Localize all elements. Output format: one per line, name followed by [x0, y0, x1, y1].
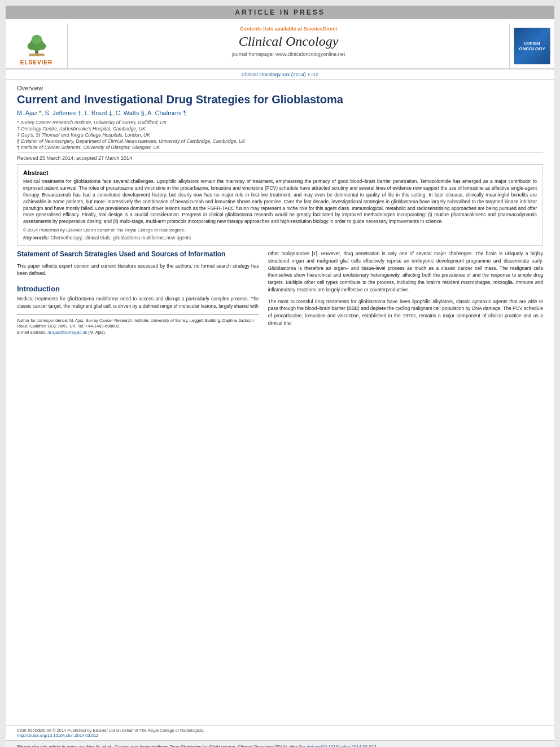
left-column: Statement of Search Strategies Used and … [17, 250, 259, 335]
citation-doi: dx.doi.org/10.1016/j.clon.2014.03.012 [301, 744, 377, 747]
right-para2-text: The most successful drug treatments for … [268, 299, 543, 326]
footnote-email-address: m.ajaz@surrey.ac.uk [47, 330, 87, 335]
elsevier-tree-icon [20, 27, 54, 58]
affiliation-1: * Surrey Cancer Research Institute, Univ… [17, 120, 543, 125]
journal-homepage: journal homepage: www.clinicaloncologyon… [232, 51, 345, 57]
main-content: Overview Current and Investigational Dru… [6, 80, 554, 725]
footnote-email-line: E-mail address: m.ajaz@surrey.ac.uk (M. … [17, 330, 259, 336]
keywords-line: Key words: Chemotherapy; clinical trials… [23, 235, 537, 241]
search-strategies-heading: Statement of Search Strategies Used and … [17, 250, 259, 259]
authors-line: M. Ajaz *, S. Jefferies †, L. Brazil ‡, … [17, 110, 543, 116]
abstract-title: Abstract [23, 169, 537, 176]
right-paragraph-2: The most successful drug treatments for … [268, 298, 543, 327]
sciencedirect-prefix: Contents lists available at [240, 26, 304, 32]
sciencedirect-label: ScienceDirect [304, 26, 338, 32]
journal-center-header: Contents lists available at ScienceDirec… [68, 24, 509, 68]
citation-box: Please cite this article in press as: Aj… [6, 740, 554, 747]
issn-copyright: 0936-6555/$36.00 © 2014 Published by Els… [17, 728, 543, 733]
right-para1-text: other malignancies [1]. However, drug pe… [268, 251, 543, 292]
logo-text: ClinicalONCOLOGY [519, 41, 545, 51]
doi-link[interactable]: http://dx.doi.org/10.1016/j.clon.2014.03… [17, 733, 543, 738]
elsevier-logo: ELSEVIER [6, 24, 68, 68]
homepage-prefix: journal homepage: [232, 51, 275, 57]
homepage-url: www.clinicaloncologyonline.net [275, 51, 345, 57]
svg-point-3 [37, 42, 46, 50]
introduction-heading: Introduction [17, 285, 259, 293]
keywords-label: Key words: [23, 235, 49, 241]
two-column-body: Statement of Search Strategies Used and … [17, 250, 543, 335]
article-title: Current and Investigational Drug Strateg… [17, 93, 543, 106]
bottom-identifiers: 0936-6555/$36.00 © 2014 Published by Els… [6, 725, 554, 740]
author-names: M. Ajaz *, S. Jefferies †, L. Brazil ‡, … [17, 110, 187, 116]
page: ARTICLE IN PRESS ELSEVIER Contents lists… [6, 6, 554, 747]
keywords-text: Chemotherapy; clinical trials; glioblast… [50, 235, 191, 241]
svg-point-4 [31, 35, 41, 44]
affiliation-4: § Division of Neurosurgery, Department o… [17, 138, 543, 144]
affiliations: * Surrey Cancer Research Institute, Univ… [17, 120, 543, 150]
citation-line: Clinical Oncology xxx (2014) 1–12 [6, 69, 554, 80]
footnote-author: Author for correspondence: M. Ajaz, Surr… [17, 318, 259, 330]
copyright-line: © 2014 Published by Elsevier Ltd on beha… [23, 228, 537, 233]
search-strategies-text: This paper reflects expert opinion and c… [17, 263, 259, 277]
section-type-label: Overview [17, 85, 543, 91]
footnote-email-label: E-mail address: [17, 330, 47, 335]
affiliation-3: ‡ Guy's, St Thomas' and King's College H… [17, 132, 543, 138]
sciencedirect-link: Contents lists available at ScienceDirec… [240, 26, 338, 32]
right-paragraph-1: other malignancies [1]. However, drug pe… [268, 250, 543, 294]
clinical-oncology-logo-box: ClinicalONCOLOGY [514, 28, 550, 64]
citation-prefix: Please cite this article in press as: Aj… [17, 744, 301, 747]
article-in-press-banner: ARTICLE IN PRESS [6, 6, 554, 19]
footnote-email-suffix: (M. Ajaz). [87, 330, 106, 335]
journal-logo-right: ClinicalONCOLOGY [509, 24, 554, 68]
received-line: Received 25 March 2014; accepted 27 Marc… [17, 152, 543, 161]
abstract-section: Abstract Medical treatments for glioblas… [17, 164, 543, 246]
right-column: other malignancies [1]. However, drug pe… [268, 250, 543, 335]
elsevier-wordmark: ELSEVIER [20, 59, 53, 65]
abstract-text: Medical treatments for glioblastoma face… [23, 178, 537, 225]
svg-point-2 [27, 42, 36, 50]
journal-title: Clinical Oncology [239, 34, 339, 49]
introduction-text: Medical treatments for glioblastoma mult… [17, 295, 259, 310]
footnote-box: Author for correspondence: M. Ajaz, Surr… [17, 314, 259, 336]
affiliation-2: † Oncology Centre, Addenbrooke's Hospita… [17, 126, 543, 132]
journal-header: ELSEVIER Contents lists available at Sci… [6, 19, 554, 69]
affiliation-5: ¶ Institute of Cancer Sciences, Universi… [17, 145, 543, 150]
banner-text: ARTICLE IN PRESS [235, 8, 325, 16]
